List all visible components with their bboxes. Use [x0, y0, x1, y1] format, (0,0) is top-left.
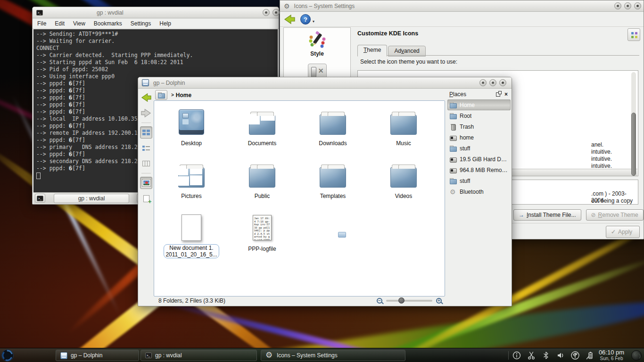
file-item[interactable]: Jan 17 09:4 7:18 gp-Asp ire-5738 pp pd[1…	[227, 209, 297, 262]
window-title: gp : wvdial	[97, 9, 124, 16]
back-button[interactable]	[140, 91, 152, 104]
file-item[interactable]: Templates	[297, 156, 368, 209]
menu-item[interactable]: Help	[159, 20, 171, 27]
breadcrumb-separator: >	[171, 92, 174, 98]
columns-view-icon	[142, 161, 150, 166]
close-button[interactable]	[499, 79, 506, 86]
sidebar-item-style[interactable]: Style	[284, 50, 350, 57]
file-label: Pictures	[180, 193, 203, 199]
menu-item[interactable]: File	[37, 20, 46, 27]
volume-icon[interactable]	[555, 350, 566, 361]
place-label: 964.8 MiB Remov...	[460, 167, 509, 173]
tab-theme[interactable]: Theme	[357, 45, 387, 57]
scrollbar-thumb[interactable]	[631, 113, 636, 176]
taskbar-task-button[interactable]: gp – Dolphin	[56, 350, 139, 361]
place-item[interactable]: 19.5 GiB Hard Drive	[447, 154, 511, 165]
maximize-button[interactable]	[624, 2, 631, 9]
breadcrumb-home-button[interactable]: ⌂	[155, 90, 167, 100]
status-bar: 8 Folders, 2 Files (3.3 KiB)	[138, 296, 512, 306]
minimize-button[interactable]	[263, 9, 270, 16]
system-settings-titlebar[interactable]: ⚙ Icons – System Settings	[280, 0, 644, 12]
menu-item[interactable]: View	[73, 20, 85, 27]
file-label: PPP-logfile	[247, 246, 277, 252]
place-item[interactable]: Home	[447, 99, 511, 110]
minimize-button[interactable]	[479, 79, 487, 86]
place-item[interactable]: 964.8 MiB Remov...	[447, 165, 511, 175]
help-icon[interactable]: ?	[300, 14, 311, 25]
breadcrumb[interactable]: Home	[176, 92, 191, 99]
plasma-toolbox-icon[interactable]	[631, 350, 642, 361]
split-view-button[interactable]	[140, 192, 152, 205]
close-button[interactable]	[634, 2, 641, 9]
clock-date: Sun, 6 Feb	[593, 356, 630, 361]
place-item[interactable]: stuff	[447, 143, 511, 154]
task-label: gp : wvdial	[155, 352, 182, 359]
dolphin-titlebar[interactable]: gp – Dolphin	[138, 77, 512, 89]
scrollbar[interactable]	[631, 72, 636, 174]
menu-item[interactable]: Bookmarks	[94, 20, 122, 27]
zoom-in-icon[interactable]: +	[436, 298, 442, 304]
terminal-titlebar[interactable]: gp : wvdial	[33, 7, 279, 18]
file-label: Music	[395, 140, 412, 147]
place-icon	[449, 156, 457, 163]
theme-list-text-fragment: intuitive.	[591, 156, 612, 162]
split-add-icon	[143, 195, 149, 202]
bluetooth-icon[interactable]	[541, 350, 551, 361]
style-icon[interactable]	[307, 31, 327, 49]
clock[interactable]: 06:10 pm Sun, 6 Feb	[593, 349, 630, 361]
zoom-slider[interactable]	[386, 300, 432, 302]
float-panel-icon[interactable]	[496, 92, 500, 97]
back-button[interactable]	[283, 14, 296, 25]
details-view-button[interactable]	[140, 142, 152, 154]
file-item[interactable]: Documents	[227, 104, 297, 156]
close-panel-icon[interactable]: ×	[504, 91, 508, 98]
chevron-down-icon[interactable]: ▾	[313, 19, 314, 24]
place-item[interactable]: Root	[447, 110, 511, 121]
taskbar: gp – Dolphin gp : wvdial Icons – System …	[0, 348, 644, 362]
install-theme-button[interactable]: →Install Theme File...	[513, 209, 581, 221]
columns-view-button[interactable]	[140, 157, 152, 170]
menu-item[interactable]: Edit	[55, 20, 65, 27]
file-item[interactable]: Music	[368, 104, 439, 156]
import-icon: →	[519, 212, 524, 218]
place-item[interactable]: Trash	[447, 121, 511, 132]
taskbar-task-button[interactable]: gp : wvdial	[140, 350, 257, 361]
file-icon	[390, 167, 417, 188]
terminal-tab[interactable]: gp : wvdial	[54, 194, 129, 203]
file-item[interactable]: Downloads	[297, 104, 368, 156]
remove-theme-button[interactable]: ⊘Remove Theme	[586, 209, 644, 221]
minimize-button[interactable]	[614, 2, 621, 9]
window-title: gp – Dolphin	[153, 80, 185, 86]
zoom-controls: − +	[377, 298, 442, 304]
file-label: Documents	[247, 140, 278, 147]
file-item[interactable]: Videos	[368, 156, 439, 209]
file-item[interactable]: Public	[227, 156, 297, 209]
place-item[interactable]: home	[447, 132, 511, 143]
overview-button[interactable]	[627, 28, 640, 41]
new-tab-button[interactable]	[35, 194, 45, 203]
place-item[interactable]: Bluetooth	[447, 186, 511, 197]
zoom-slider-handle[interactable]	[398, 297, 405, 304]
klipper-scissors-icon[interactable]	[526, 350, 537, 361]
usb-device-icon[interactable]	[570, 350, 580, 361]
file-item[interactable]: Pictures	[156, 156, 227, 209]
file-item[interactable]: New document 1. 2011_01_20_16_5...	[156, 209, 227, 262]
taskbar-task-button[interactable]: Icons – System Settings	[261, 350, 405, 361]
menu-item[interactable]: Settings	[131, 20, 151, 27]
folder-view[interactable]: Desktop Documents Downloads Musi	[154, 100, 445, 296]
preview-button[interactable]	[140, 177, 152, 189]
maximize-button[interactable]	[489, 79, 496, 86]
apply-button[interactable]: ✓Apply	[606, 226, 640, 238]
zoom-out-icon[interactable]: −	[377, 298, 382, 304]
info-icon[interactable]	[512, 350, 522, 361]
thumbnail-overlay	[176, 163, 209, 188]
forward-button[interactable]	[140, 107, 152, 119]
maximize-button[interactable]	[272, 9, 280, 16]
icons-view-button[interactable]	[140, 126, 152, 139]
place-item[interactable]: stuff	[447, 175, 511, 186]
divider	[141, 173, 151, 173]
places-header[interactable]: Places ×	[447, 89, 511, 99]
place-icon	[449, 134, 457, 141]
clock-time: 06:10 pm	[593, 349, 630, 356]
file-item[interactable]: Desktop	[156, 104, 227, 156]
